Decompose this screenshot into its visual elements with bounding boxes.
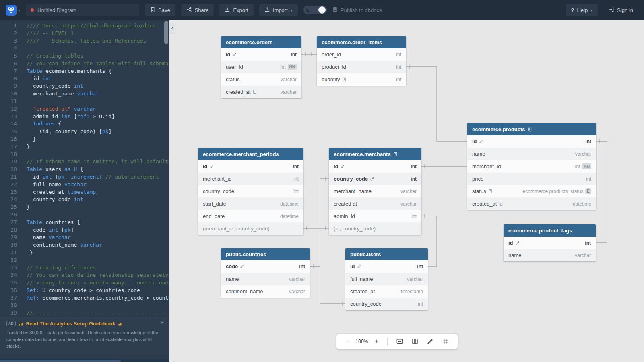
highlighter-button[interactable] [423,335,438,348]
save-button[interactable]: Save [145,4,175,16]
table-header[interactable]: public.users [345,248,428,260]
dark-mode-toggle[interactable] [303,6,327,14]
code-line[interactable]: 13 admin_id int [ref: > U.id] [0,113,169,121]
code-line[interactable]: 23 created_at timestamp [0,189,169,196]
diagram-table-products[interactable]: ecommerce.productsidintnamevarcharmercha… [467,123,596,210]
field-row[interactable]: idint [198,160,303,173]
code-line[interactable]: 36Ref: U.country_code > countries.code [0,287,169,294]
code-line[interactable]: 5// Creating tables [0,52,169,60]
diagram-table-product_tags[interactable]: ecommerce.product_tagsidintnamevarchar [504,224,596,261]
code-line[interactable]: 16 } [0,136,169,143]
zoom-out-button[interactable]: − [341,335,353,348]
code-line[interactable]: 32 [0,257,169,264]
code-line[interactable]: 7Table ecommerce.merchants { [0,68,169,75]
editor-horizontal-scrollbar[interactable] [0,359,169,362]
field-row[interactable]: country_codeint [329,173,421,185]
code-line[interactable]: 37Ref: ecommerce.merchants.country_code … [0,294,169,302]
export-button[interactable]: Export [219,4,254,16]
auto-arrange-button[interactable] [408,335,422,348]
field-row[interactable]: idint [345,260,428,273]
code-line[interactable]: 29 name varchar [0,234,169,241]
code-line[interactable]: 9 country_code int [0,82,169,90]
field-row[interactable]: namevarchar [504,249,596,261]
frame-button[interactable] [438,335,453,348]
code-line[interactable]: 14 Indexes { [0,120,169,128]
diagram-canvas[interactable]: ‹ ecommerce.ordersidintuser_idintNNstatu… [169,20,644,362]
code-line[interactable]: 25} [0,204,169,211]
field-row[interactable]: namevarchar [221,273,310,285]
field-row[interactable]: created_atvarchar [221,86,301,98]
field-row[interactable]: merchant_idint [198,173,303,185]
code-line[interactable]: 27Table countries { [0,219,169,226]
field-row[interactable]: created_atdatetime [467,197,596,210]
field-row[interactable]: statusvarchar [221,73,301,86]
table-header[interactable]: public.countries [221,248,310,260]
code-line[interactable]: 30 continent_name varchar [0,241,169,249]
field-row[interactable]: product_idint [317,61,406,73]
field-row[interactable]: idint [329,160,421,173]
code-line[interactable]: 24 country_code int [0,196,169,204]
fit-to-screen-button[interactable] [392,335,407,348]
code-line[interactable]: 4 [0,45,169,52]
code-line[interactable]: 8 id int [0,75,169,83]
field-row[interactable]: user_idintNN [221,61,301,73]
field-row[interactable]: idint [221,48,301,61]
code-line[interactable]: 20Table users as U { [0,166,169,173]
diagram-table-merchant_periods[interactable]: ecommerce.merchant_periodsidintmerchant_… [198,148,303,235]
table-header[interactable]: ecommerce.merchants [329,148,421,160]
code-line[interactable]: 22 full_name varchar [0,181,169,189]
publish-to-dbdocs-button[interactable]: Publish to dbdocs [332,7,382,13]
table-header[interactable]: ecommerce.orders [221,36,301,48]
sign-in-button[interactable]: Sign in [603,4,638,16]
field-row[interactable]: (merchant_id, country_code) [198,222,303,235]
editor-vertical-scrollbar[interactable] [164,21,168,44]
import-button[interactable]: Import ▾ [259,4,298,16]
code-lines[interactable]: 1//// Docs: https://dbml.dbdiagram.io/do… [0,20,169,317]
field-row[interactable]: namevarchar [467,148,596,160]
field-row[interactable]: priceint [467,173,596,185]
code-line[interactable]: 18 [0,151,169,158]
code-line[interactable]: 28 code int [pk] [0,226,169,234]
field-row[interactable]: quantityint [317,73,406,86]
zoom-in-button[interactable]: + [371,335,382,348]
code-line[interactable]: 19// If schema name is omitted, it will … [0,158,169,166]
code-editor[interactable]: 1//// Docs: https://dbml.dbdiagram.io/do… [0,20,169,362]
share-button[interactable]: Share [181,4,214,16]
diagram-table-order_items[interactable]: ecommerce.order_itemsorder_idintproduct_… [317,36,406,86]
field-row[interactable]: country_codeint [198,185,303,197]
field-row[interactable]: idint [467,135,596,148]
field-row[interactable]: (id, country_code) [329,222,421,235]
code-line[interactable]: 26 [0,211,169,219]
field-row[interactable]: codeint [221,260,310,273]
app-logo[interactable]: ▾ [6,5,20,16]
code-line[interactable]: 31 } [0,249,169,257]
code-line[interactable]: 35// > many-to-one; < one-to-many; - one… [0,279,169,287]
table-header[interactable]: ecommerce.order_items [317,36,406,48]
field-row[interactable]: start_datedatetime [198,197,303,210]
ad-title[interactable]: Read The Analytics Setup Guidebook [26,321,116,327]
code-line[interactable]: 1//// Docs: https://dbml.dbdiagram.io/do… [0,22,169,30]
code-line[interactable]: 6// You can define the tables with full … [0,60,169,68]
field-row[interactable]: country_codeint [345,298,428,310]
field-row[interactable]: end_datedatetime [198,210,303,222]
code-line[interactable]: 21 id int [pk, increment] // auto-increm… [0,173,169,181]
code-line[interactable]: 10 merchant_name varchar [0,90,169,98]
field-row[interactable]: continent_namevarchar [221,285,310,298]
code-line[interactable]: 2//// -- LEVEL 1 [0,30,169,37]
diagram-table-countries[interactable]: public.countriescodeintnamevarcharcontin… [221,248,310,298]
table-header[interactable]: ecommerce.products [467,123,596,135]
field-row[interactable]: order_idint [317,48,406,61]
field-row[interactable]: merchant_namevarchar [329,185,421,197]
field-row[interactable]: merchant_idintNN [467,160,596,173]
diagram-table-orders[interactable]: ecommerce.ordersidintuser_idintNNstatusv… [221,36,301,98]
code-line[interactable]: 17} [0,143,169,151]
code-line[interactable]: 33// Creating references [0,264,169,272]
field-row[interactable]: created_attimestamp [345,285,428,298]
close-icon[interactable]: × [160,319,164,325]
code-line[interactable]: 38 [0,302,169,309]
collapse-editor-button[interactable]: ‹ [169,23,175,33]
code-line[interactable]: 34// You can also define relaionship sep… [0,272,169,279]
code-line[interactable]: 11 [0,98,169,105]
field-row[interactable]: full_namevarchar [345,273,428,285]
field-row[interactable]: created atvarchar [329,197,421,210]
